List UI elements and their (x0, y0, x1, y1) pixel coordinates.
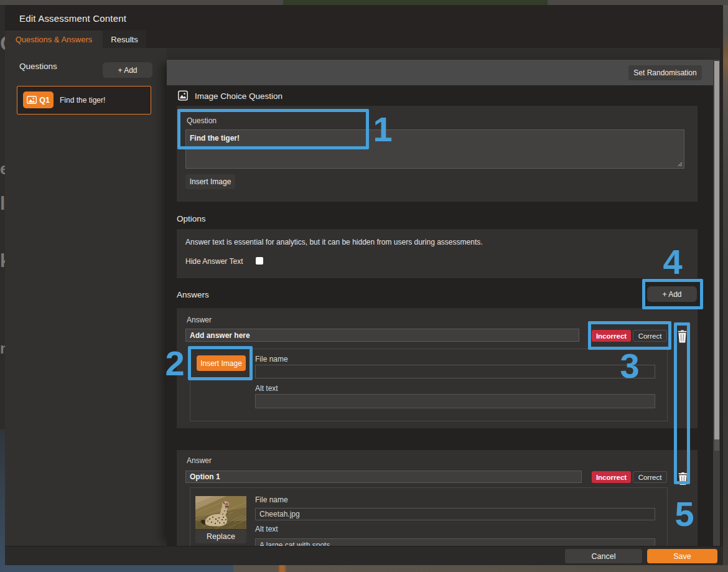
scrollbar-thumb[interactable] (714, 61, 719, 439)
answer-card: Answer Option 1 Incorrect Correct (177, 450, 698, 546)
editor-toolbar: Set Randomisation (167, 60, 713, 85)
cancel-button[interactable]: Cancel (565, 549, 642, 563)
answer-label: Answer (187, 456, 212, 465)
hide-answer-text-checkbox[interactable] (256, 257, 263, 265)
backdrop-bottom-blue-panel (0, 565, 233, 572)
replace-image-button[interactable]: Replace (195, 530, 246, 543)
callout-box-add-answer (642, 279, 703, 309)
alt-text-label: Alt text (255, 525, 278, 533)
answer-text-input[interactable]: Option 1 (185, 471, 582, 483)
main-panel-top-gap (167, 48, 720, 60)
image-icon (27, 96, 37, 104)
question-type-heading: Image Choice Question (195, 91, 282, 101)
answer-label: Answer (187, 316, 212, 324)
image-icon (178, 90, 188, 101)
backdrop-bottom-blue-edge (0, 429, 5, 572)
screen: C e l k n Edit Assessment Content Questi… (0, 0, 728, 572)
options-info-text: Answer text is essential for analytics, … (185, 238, 483, 246)
alt-text-input[interactable] (255, 394, 655, 408)
alt-text-label: Alt text (255, 384, 278, 393)
options-card: Answer text is essential for analytics, … (177, 229, 698, 278)
add-question-button[interactable]: + Add (103, 62, 152, 78)
answer-image-details: Replace File name Cheetah.jpg Alt text A… (190, 487, 668, 546)
alt-text-input[interactable]: A large cat with spots (255, 538, 655, 546)
callout-box-delete (674, 322, 690, 484)
backdrop-photo-fragment (283, 0, 548, 5)
correct-toggle-button[interactable]: Correct (633, 471, 667, 483)
backdrop-bottom-strip (233, 565, 728, 572)
callout-number: 5 (674, 497, 694, 532)
dialog-footer: Cancel Save (5, 546, 723, 565)
file-name-input[interactable] (255, 365, 655, 378)
callout-number: 4 (663, 245, 682, 279)
callout-number: 3 (620, 349, 639, 383)
insert-image-button[interactable]: Insert Image (185, 174, 235, 189)
answer-text-input[interactable]: Add answer here (185, 329, 579, 342)
question-title: Find the tiger! (60, 87, 105, 114)
answer-image-thumbnail (195, 496, 246, 529)
callout-number: 1 (373, 112, 392, 147)
question-badge: Q1 (23, 91, 54, 108)
scrollbar-track-shade (714, 439, 719, 451)
incorrect-toggle-button[interactable]: Incorrect (592, 471, 631, 483)
callout-number: 2 (165, 346, 184, 381)
backdrop-text-fragment: k (0, 250, 5, 271)
backdrop-text-fragment: l (0, 193, 5, 214)
tab-questions-and-answers[interactable]: Questions & Answers (5, 30, 103, 48)
backdrop-right-strip (723, 5, 728, 572)
question-list-item[interactable]: Q1 Find the tiger! (17, 86, 151, 115)
file-name-input[interactable]: Cheetah.jpg (255, 508, 655, 520)
backdrop-text-fragment: C (0, 31, 5, 55)
set-randomisation-button[interactable]: Set Randomisation (628, 65, 702, 80)
backdrop-text-fragment: n (0, 340, 5, 357)
dialog-title: Edit Assessment Content (19, 13, 126, 24)
options-heading: Options (177, 214, 206, 223)
save-button[interactable]: Save (647, 549, 717, 563)
tab-results[interactable]: Results (103, 30, 146, 48)
file-name-label: File name (255, 495, 288, 504)
resize-handle-icon[interactable] (678, 162, 683, 167)
question-number: Q1 (39, 96, 50, 105)
questions-sidebar: Questions + Add Q1 Find the tiger! (5, 48, 167, 546)
backdrop-left-strip: C e l k n (0, 5, 5, 572)
callout-box-question (177, 109, 369, 149)
file-name-label: File name (255, 355, 288, 363)
callout-box-insert-image (188, 346, 253, 380)
answers-heading: Answers (177, 290, 209, 299)
backdrop-text-fragment: e (0, 159, 5, 179)
answer-image-details: Insert Image File name Alt text (190, 349, 668, 421)
hide-answer-text-label: Hide Answer Text (185, 257, 243, 266)
sidebar-heading: Questions (19, 62, 57, 71)
